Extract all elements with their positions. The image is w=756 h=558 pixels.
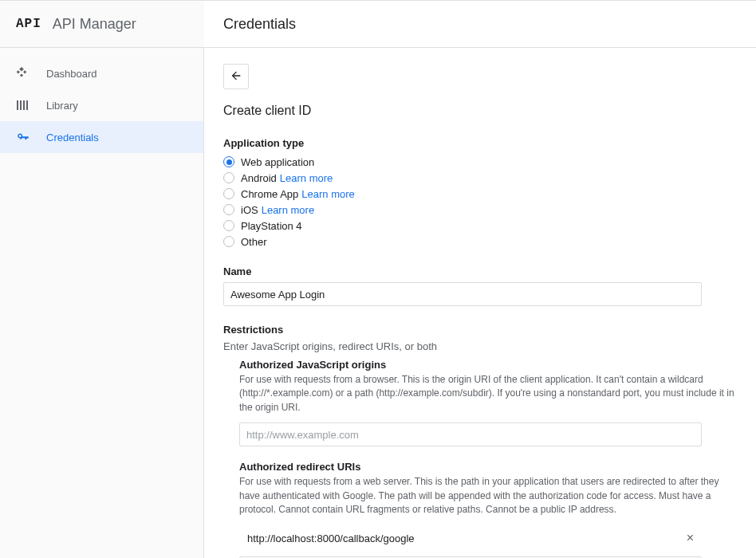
sidebar-item-label: Library	[46, 100, 78, 112]
name-label: Name	[223, 265, 737, 277]
radio-icon	[223, 220, 234, 231]
main-content: Create client ID Application type Web ap…	[204, 48, 756, 558]
radio-playstation[interactable]: PlayStation 4	[223, 218, 737, 234]
top-bar: API API Manager Credentials	[0, 0, 756, 48]
radio-label: Android	[241, 172, 277, 184]
radio-label: Other	[241, 236, 267, 248]
svg-rect-1	[20, 100, 22, 110]
page-title: Credentials	[223, 16, 296, 33]
radio-ios[interactable]: iOS Learn more	[223, 202, 737, 218]
radio-chrome-app[interactable]: Chrome App Learn more	[223, 186, 737, 202]
redirect-uris-section: Authorized redirect URIs For use with re…	[239, 461, 737, 558]
sidebar-item-library[interactable]: Library	[0, 89, 203, 121]
application-type-group: Application type Web application Android…	[223, 137, 737, 250]
library-icon	[16, 99, 35, 112]
js-origin-input[interactable]	[239, 422, 702, 446]
restrictions-desc: Enter JavaScript origins, redirect URIs,…	[223, 340, 737, 352]
sidebar-item-dashboard[interactable]: Dashboard	[0, 57, 203, 89]
sidebar-item-label: Credentials	[46, 132, 99, 143]
svg-rect-2	[23, 100, 25, 110]
page-subtitle: Create client ID	[223, 104, 737, 118]
application-type-label: Application type	[223, 137, 737, 149]
radio-icon	[223, 156, 234, 167]
radio-icon	[223, 172, 234, 183]
api-logo: API	[16, 17, 41, 31]
js-origins-title: Authorized JavaScript origins	[239, 359, 737, 371]
radio-label: Web application	[241, 156, 314, 168]
redirect-uris-title: Authorized redirect URIs	[239, 461, 737, 473]
radio-label: iOS	[241, 204, 258, 216]
name-section: Name	[223, 265, 737, 306]
learn-more-link[interactable]: Learn more	[301, 188, 354, 200]
radio-web-application[interactable]: Web application	[223, 154, 737, 170]
back-button[interactable]	[223, 64, 249, 89]
restrictions-section: Restrictions Enter JavaScript origins, r…	[223, 324, 737, 558]
key-icon	[16, 130, 35, 144]
radio-label: PlayStation 4	[241, 220, 302, 232]
sidebar-item-label: Dashboard	[46, 68, 97, 80]
radio-icon	[223, 188, 234, 199]
svg-rect-3	[26, 100, 28, 110]
back-arrow-icon	[230, 69, 242, 84]
redirect-uri-entry: http://localhost:8000/callback/google ×	[239, 525, 702, 552]
sidebar-item-credentials[interactable]: Credentials	[0, 121, 203, 153]
remove-uri-icon[interactable]: ×	[687, 532, 694, 544]
redirect-uris-desc: For use with requests from a web server.…	[239, 475, 737, 517]
svg-rect-0	[17, 100, 18, 110]
js-origins-section: Authorized JavaScript origins For use wi…	[239, 359, 737, 446]
radio-icon	[223, 204, 234, 215]
radio-android[interactable]: Android Learn more	[223, 170, 737, 186]
redirect-uri-value: http://localhost:8000/callback/google	[247, 532, 415, 544]
name-input[interactable]	[223, 282, 702, 306]
restrictions-label: Restrictions	[223, 324, 737, 336]
top-bar-right: Credentials	[204, 1, 756, 47]
learn-more-link[interactable]: Learn more	[262, 204, 314, 216]
radio-icon	[223, 236, 234, 247]
top-bar-left: API API Manager	[0, 1, 204, 47]
radio-label: Chrome App	[241, 188, 298, 200]
js-origins-desc: For use with requests from a browser. Th…	[239, 373, 737, 415]
learn-more-link[interactable]: Learn more	[280, 172, 333, 184]
sidebar: Dashboard Library Credentials	[0, 48, 204, 558]
dashboard-icon	[16, 67, 35, 80]
app-title: API Manager	[53, 16, 136, 33]
radio-other[interactable]: Other	[223, 234, 737, 250]
